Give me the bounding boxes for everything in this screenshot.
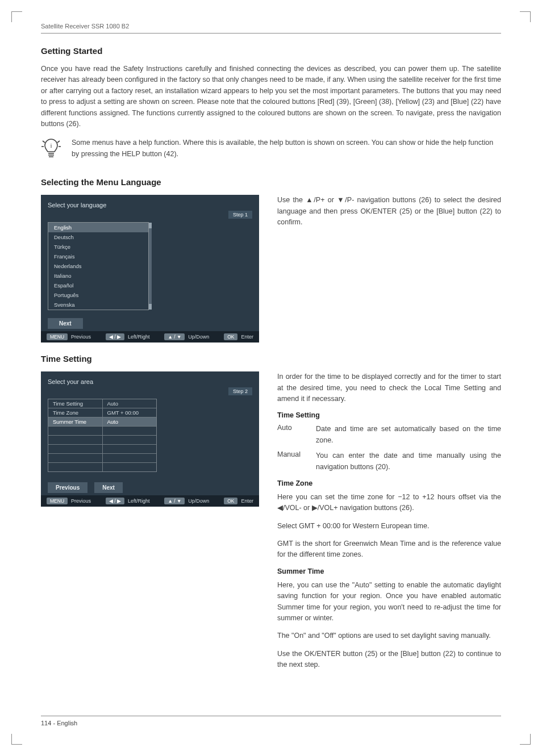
svg-text:i: i — [50, 142, 52, 149]
list-item[interactable]: Español — [48, 281, 148, 290]
row-value[interactable]: Auto — [103, 399, 157, 408]
updown-key: ▲ / ▼ — [164, 498, 185, 504]
next-button[interactable]: Next — [48, 318, 83, 329]
key-label: Previous — [71, 334, 91, 340]
key-bar: MENUPrevious ◀ / ▶Left/Right ▲ / ▼Up/Dow… — [41, 495, 259, 507]
key-label: Up/Down — [188, 498, 209, 504]
key-label: Left/Right — [128, 498, 150, 504]
list-item[interactable]: Nederlands — [48, 261, 148, 271]
summer-p1: Here, you can use the "Auto" setting to … — [277, 580, 501, 624]
row-value[interactable]: Auto — [103, 417, 157, 426]
language-list[interactable]: English Deutsch Türkçe Français Nederlan… — [48, 222, 149, 310]
summer-p2: The "On" and "Off" options are used to s… — [277, 630, 501, 641]
getting-started-intro: Once you have read the Safety Instructio… — [41, 64, 501, 130]
def-desc: You can enter the date and time manually… — [316, 450, 501, 473]
row-label: Summer Time — [48, 417, 103, 426]
svg-line-5 — [57, 141, 60, 143]
time-zone-p3: GMT is the short for Greenwich Mean Time… — [277, 538, 501, 561]
summer-time-heading: Summer Time — [277, 567, 501, 575]
key-label: Previous — [71, 498, 91, 504]
step-badge: Step 1 — [228, 211, 252, 219]
page-footer: 114 - English — [41, 716, 501, 726]
leftright-key: ◀ / ▶ — [106, 498, 124, 504]
list-item[interactable]: Svenska — [48, 300, 148, 310]
step-badge: Step 2 — [228, 387, 252, 395]
time-screen: Select your area Step 2 Time SettingAuto… — [41, 371, 259, 507]
scrollbar[interactable] — [149, 223, 152, 310]
updown-key: ▲ / ▼ — [164, 333, 185, 340]
tip-text: Some menus have a help function. Where t… — [72, 137, 501, 160]
list-item[interactable]: Français — [48, 252, 148, 261]
key-label: Left/Right — [128, 334, 150, 340]
section-menu-language: Selecting the Menu Language — [41, 177, 501, 187]
list-item[interactable]: English — [48, 223, 148, 232]
def-term: Manual — [277, 450, 308, 473]
svg-line-4 — [43, 141, 45, 143]
time-intro: In order for the time to be displayed co… — [277, 371, 501, 404]
row-value[interactable]: GMT + 00:00 — [103, 408, 157, 417]
time-setting-heading: Time Setting — [277, 411, 501, 419]
key-bar: MENUPrevious ◀ / ▶Left/Right ▲ / ▼Up/Dow… — [41, 331, 259, 343]
running-head: Satellite Receiver SSR 1080 B2 — [41, 23, 501, 34]
list-item[interactable]: Português — [48, 290, 148, 300]
lightbulb-icon: i — [41, 137, 61, 165]
time-table[interactable]: Time SettingAuto Time ZoneGMT + 00:00 Su… — [48, 399, 157, 472]
leftright-key: ◀ / ▶ — [106, 333, 124, 340]
menu-key: MENU — [47, 498, 68, 504]
svg-rect-0 — [41, 137, 61, 162]
time-zone-p2: Select GMT + 00:00 for Western European … — [277, 521, 501, 532]
list-item[interactable]: Italiano — [48, 271, 148, 281]
language-screen: Select your language Step 1 English Deut… — [41, 195, 259, 343]
screen-title: Select your language — [48, 202, 255, 208]
key-label: Enter — [241, 498, 253, 504]
row-label: Time Setting — [48, 399, 103, 408]
section-time-setting: Time Setting — [41, 354, 501, 364]
menu-key: MENU — [47, 333, 68, 340]
list-item[interactable]: Türkçe — [48, 242, 148, 252]
list-item[interactable]: Deutsch — [48, 232, 148, 242]
key-label: Enter — [241, 334, 253, 340]
summer-p3: Use the OK/ENTER button (25) or the [Blu… — [277, 649, 501, 671]
ok-key: OK — [224, 333, 237, 340]
next-button[interactable]: Next — [94, 482, 123, 493]
time-zone-p1: Here you can set the time zone for −12 t… — [277, 492, 501, 514]
def-desc: Date and time are set automatically base… — [316, 424, 501, 446]
ok-key: OK — [224, 498, 237, 504]
previous-button[interactable]: Previous — [48, 482, 87, 493]
def-term: Auto — [277, 424, 308, 446]
language-desc: Use the ▲/P+ or ▼/P- navigation buttons … — [277, 195, 501, 228]
key-label: Up/Down — [188, 334, 209, 340]
section-getting-started: Getting Started — [41, 46, 501, 56]
row-label: Time Zone — [48, 408, 103, 417]
time-zone-heading: Time Zone — [277, 479, 501, 487]
screen-title: Select your area — [48, 378, 255, 385]
